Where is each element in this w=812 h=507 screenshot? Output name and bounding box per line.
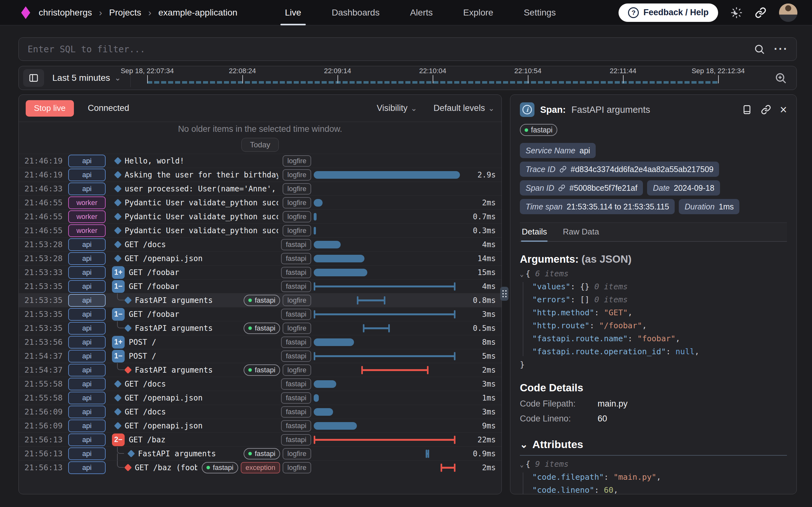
tag-logfire[interactable]: logfire: [283, 295, 311, 306]
row-message[interactable]: FastAPI arguments: [138, 449, 216, 458]
tag-fastapi[interactable]: fastapi: [281, 378, 311, 390]
tag-logfire[interactable]: logfire: [283, 211, 311, 222]
table-row[interactable]: 21:53:28 api GET /openapi.jsonfastapi 14…: [19, 251, 502, 265]
tag-fastapi[interactable]: fastapi: [202, 462, 238, 473]
scope-badge[interactable]: api: [68, 294, 106, 307]
breadcrumb-project[interactable]: example-application: [158, 8, 237, 18]
row-message[interactable]: Hello, world!: [125, 157, 184, 165]
scope-badge[interactable]: worker: [68, 196, 106, 209]
table-row[interactable]: 21:56:13 api 2−GET /bazfastapi 22ms: [19, 433, 502, 447]
tab-alerts[interactable]: Alerts: [410, 0, 433, 25]
row-message[interactable]: GET /baz (foobar): [135, 463, 197, 472]
table-row[interactable]: 21:53:56 api 1+POST /fastapi 8ms: [19, 335, 502, 349]
timeline-track[interactable]: Sep 18, 22:07:3422:08:2422:09:1422:10:04…: [137, 66, 764, 90]
tag-logfire[interactable]: logfire: [283, 364, 311, 376]
table-row[interactable]: 21:56:13 api FastAPI argumentsfastapilog…: [19, 447, 502, 460]
breadcrumb-org[interactable]: christophergs: [39, 8, 92, 18]
fastapi-tag[interactable]: fastapi: [520, 124, 557, 136]
close-icon[interactable]: ×: [780, 105, 787, 114]
table-row[interactable]: 21:56:09 api GET /openapi.jsonfastapi 9m…: [19, 418, 502, 433]
row-message[interactable]: GET /docs: [125, 240, 166, 249]
table-row[interactable]: 21:53:33 api 1+GET /foobarfastapi 15ms: [19, 265, 502, 279]
tag-fastapi[interactable]: fastapi: [281, 337, 311, 348]
scope-badge[interactable]: api: [68, 169, 106, 181]
row-message[interactable]: GET /foobar: [129, 310, 179, 319]
scope-badge[interactable]: api: [68, 266, 106, 279]
feedback-help-button[interactable]: ? Feedback / Help: [618, 3, 718, 22]
table-row[interactable]: 21:46:55 worker Pydantic User validate_p…: [19, 210, 502, 223]
scope-badge[interactable]: api: [68, 350, 106, 362]
row-message[interactable]: user processed: User(name='Anne', c: [125, 184, 278, 193]
metadata-chip[interactable]: Span ID#5008bce5f7fe21af: [520, 180, 643, 195]
table-row[interactable]: 21:53:35 api FastAPI argumentsfastapilog…: [19, 293, 502, 307]
row-message[interactable]: Pydantic User validate_python succe: [125, 212, 278, 221]
scope-badge[interactable]: api: [68, 322, 106, 335]
tag-fastapi[interactable]: fastapi: [244, 448, 280, 459]
row-message[interactable]: GET /openapi.json: [125, 421, 203, 430]
tag-fastapi[interactable]: fastapi: [281, 239, 311, 250]
table-row[interactable]: 21:53:35 api 1−GET /foobarfastapi 3ms: [19, 307, 502, 321]
row-message[interactable]: Pydantic User validate_python succe: [125, 226, 278, 235]
breadcrumb-projects[interactable]: Projects: [109, 8, 141, 18]
scope-badge[interactable]: api: [68, 280, 106, 293]
scope-badge[interactable]: api: [68, 336, 106, 349]
collapse-count-badge[interactable]: 1−: [112, 280, 125, 293]
more-options-icon[interactable]: ···: [774, 46, 788, 52]
table-row[interactable]: 21:53:35 api 1−GET /foobarfastapi 4ms: [19, 279, 502, 293]
tag-fastapi[interactable]: fastapi: [244, 364, 280, 376]
tag-fastapi[interactable]: fastapi: [281, 434, 311, 446]
table-row[interactable]: 21:46:33 api user processed: User(name='…: [19, 181, 502, 195]
tab-details[interactable]: Details: [521, 223, 548, 241]
table-row[interactable]: 21:46:19 api Hello, world!logfire: [19, 154, 502, 168]
tab-settings[interactable]: Settings: [524, 0, 556, 25]
default-levels-dropdown[interactable]: Default levels ⌄: [434, 103, 495, 113]
scope-badge[interactable]: api: [68, 238, 106, 251]
panel-layout-icon[interactable]: [742, 105, 752, 115]
tag-fastapi[interactable]: fastapi: [281, 267, 311, 278]
scope-badge[interactable]: api: [68, 406, 106, 418]
scope-badge[interactable]: api: [68, 364, 106, 377]
attributes-toggle[interactable]: ⌄ Attributes: [520, 438, 787, 451]
table-row[interactable]: 21:46:55 worker Pydantic User validate_p…: [19, 223, 502, 237]
share-link-icon[interactable]: [755, 7, 766, 18]
sql-filter-input[interactable]: [27, 44, 754, 55]
row-message[interactable]: POST /: [129, 352, 156, 360]
sidebar-toggle-icon[interactable]: [23, 69, 44, 87]
tag-logfire[interactable]: logfire: [283, 448, 311, 459]
theme-toggle-icon[interactable]: [731, 7, 742, 18]
scope-badge[interactable]: api: [68, 252, 106, 265]
tag-logfire[interactable]: logfire: [283, 155, 311, 167]
scope-badge[interactable]: api: [68, 392, 106, 404]
row-message[interactable]: GET /openapi.json: [125, 394, 203, 402]
scope-badge[interactable]: api: [68, 447, 106, 460]
collapse-count-badge[interactable]: 1−: [112, 350, 125, 362]
table-row[interactable]: 21:53:28 api GET /docsfastapi 4ms: [19, 237, 502, 251]
row-message[interactable]: POST /: [129, 338, 156, 347]
logfire-logo-icon[interactable]: [21, 6, 31, 19]
scope-badge[interactable]: api: [68, 419, 106, 432]
tab-live[interactable]: Live: [285, 0, 301, 25]
table-row[interactable]: 21:54:37 api FastAPI argumentsfastapilog…: [19, 363, 502, 377]
tag-fastapi[interactable]: fastapi: [281, 392, 311, 404]
link-icon[interactable]: [558, 184, 565, 191]
scope-badge[interactable]: api: [68, 155, 106, 167]
visibility-dropdown[interactable]: Visibility ⌄: [377, 103, 417, 113]
table-row[interactable]: 21:46:19 api Asking the user for their b…: [19, 168, 502, 181]
metadata-chip[interactable]: Trace ID#d834c3374dd6fa2e4aa82a55ab21750…: [520, 162, 719, 177]
row-message[interactable]: GET /foobar: [129, 268, 179, 277]
table-row[interactable]: 21:55:58 api GET /openapi.jsonfastapi 1m…: [19, 391, 502, 405]
user-avatar[interactable]: [779, 3, 798, 22]
tag-logfire[interactable]: logfire: [283, 197, 311, 209]
collapse-caret-icon[interactable]: ⌄: [520, 270, 524, 278]
table-row[interactable]: 21:46:55 worker Pydantic User validate_p…: [19, 195, 502, 210]
tag-logfire[interactable]: logfire: [283, 323, 311, 334]
table-row[interactable]: 21:53:35 api FastAPI argumentsfastapilog…: [19, 321, 502, 335]
row-message[interactable]: GET /baz: [129, 435, 165, 444]
tag-fastapi[interactable]: fastapi: [244, 323, 280, 334]
tag-fastapi[interactable]: fastapi: [281, 350, 311, 362]
collapse-count-badge[interactable]: 1+: [112, 266, 125, 279]
stop-live-button[interactable]: Stop live: [26, 100, 74, 117]
row-message[interactable]: Asking the user for their birthday: [125, 170, 278, 179]
tag-fastapi[interactable]: fastapi: [281, 253, 311, 264]
row-message[interactable]: FastAPI arguments: [135, 296, 213, 305]
